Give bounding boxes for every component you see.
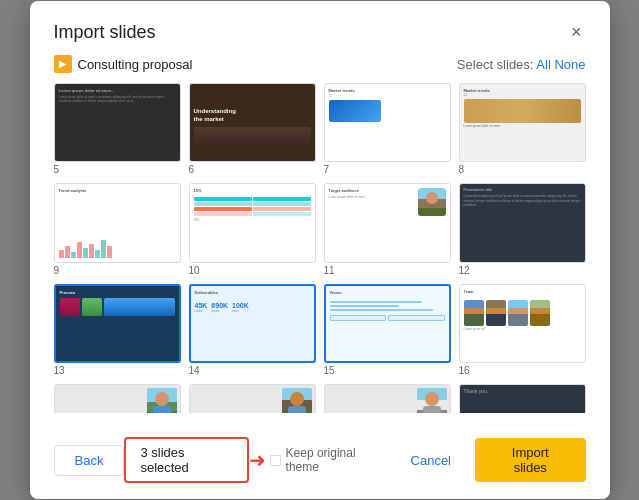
slide-7[interactable]: Market trends 12 7 (324, 83, 451, 175)
slides-selected-badge: 3 slides selected (124, 437, 249, 483)
select-slides-control: Select slides: All None (457, 57, 586, 72)
cancel-button[interactable]: Cancel (399, 446, 463, 475)
back-button[interactable]: Back (54, 445, 125, 476)
footer-left: Back (54, 445, 125, 476)
slide-num-7: 7 (324, 164, 451, 175)
keep-original-label[interactable]: Keep original theme (270, 446, 387, 474)
footer-center: 3 slides selected (124, 437, 249, 483)
slide-num-15: 15 (324, 365, 451, 376)
slide-num-11: 11 (324, 265, 451, 276)
slide-num-13: 13 (54, 365, 181, 376)
slide-16[interactable]: Team Lorem ipsum sit 16 (459, 284, 586, 376)
slide-6[interactable]: Understandingthe market 6 (189, 83, 316, 175)
slide-5[interactable]: Lorem ipsum dolor sit amet... Lorem ipsu… (54, 83, 181, 175)
dialog-header: Import slides × (54, 21, 586, 43)
slide-11[interactable]: Target audience Lorem ipsum dolor sit am… (324, 183, 451, 275)
slide-num-14: 14 (189, 365, 316, 376)
slide-9[interactable]: Trend analysis 9 (54, 183, 181, 275)
slide-19[interactable]: Wendy Writers Lorem ipsum 19 (324, 384, 451, 413)
footer-right: ➜ Keep original theme Cancel Import slid… (249, 438, 585, 482)
slide-num-8: 8 (459, 164, 586, 175)
slide-num-12: 12 (459, 265, 586, 276)
slides-grid: Lorem ipsum dolor sit amet... Lorem ipsu… (54, 83, 586, 413)
slide-num-10: 10 (189, 265, 316, 276)
slide-10[interactable]: 15% 18% 10 (189, 183, 316, 275)
import-slides-button[interactable]: Import slides (475, 438, 586, 482)
sub-header: ▶ Consulting proposal Select slides: All… (54, 55, 586, 73)
slide-12[interactable]: Presentation title Consectetur adipiscin… (459, 183, 586, 275)
slide-13[interactable]: Process 13 (54, 284, 181, 376)
dialog-footer: Back 3 slides selected ➜ Keep original t… (54, 427, 586, 483)
slide-num-5: 5 (54, 164, 181, 175)
slide-num-6: 6 (189, 164, 316, 175)
keep-original-checkbox[interactable] (270, 455, 281, 466)
select-all-link[interactable]: All None (536, 57, 585, 72)
slide-18[interactable]: Vinny Viewer Lorem ipsum 18 (189, 384, 316, 413)
presentation-name: ▶ Consulting proposal (54, 55, 193, 73)
slide-17[interactable]: Barry Books Lorem ipsum 17 (54, 384, 181, 413)
arrow-icon: ➜ (249, 448, 266, 472)
dialog-title: Import slides (54, 22, 156, 43)
close-button[interactable]: × (567, 21, 586, 43)
slide-num-16: 16 (459, 365, 586, 376)
slide-14[interactable]: Deliverables 45K Lorem 690K ipsum 100K d (189, 284, 316, 376)
presentation-icon: ▶ (54, 55, 72, 73)
import-slides-dialog: Import slides × ▶ Consulting proposal Se… (30, 1, 610, 499)
slide-20[interactable]: Thank you. 20 (459, 384, 586, 413)
slide-15[interactable]: Vision 15 (324, 284, 451, 376)
slide-num-9: 9 (54, 265, 181, 276)
slide-8[interactable]: Market trends 12 Lorem ipsum dolor sit a… (459, 83, 586, 175)
